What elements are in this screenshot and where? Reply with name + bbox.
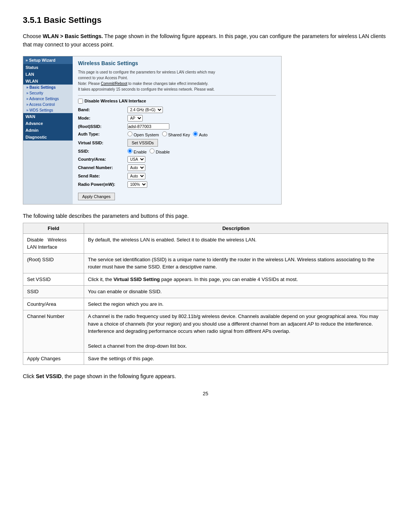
ssid-row: SSID: Enable Disable [78,149,276,154]
table-row: Apply Changes Save the settings of this … [23,352,388,365]
virtual-ssid-row: Virtual SSID: Set VSSIDs [78,139,276,147]
table-row: Set VSSID Click it, the Virtual SSID Set… [23,273,388,286]
table-description: The following table describes the parame… [23,213,388,219]
auth-type-radio-group: Open System Shared Key Auto [127,131,207,137]
ssid-label: SSID: [78,149,127,153]
mode-label: Mode: [78,116,127,120]
footer-paragraph: Click Set VSSID, the page shown in the f… [23,373,388,379]
intro-bold1: WLAN > Basic Settings. [43,33,103,39]
auth-auto-label: Auto [193,131,207,137]
band-select[interactable]: 2.4 GHz (B+G) [127,107,163,113]
channel-select[interactable]: Auto [127,165,145,171]
sidebar-item-advance-settings[interactable]: » Advance Settings [23,96,73,102]
table-row: SSID You can enable or disnable SSID. [23,286,388,298]
sidebar-section-status[interactable]: Status [23,64,73,71]
note2: It takes approximately 15 seconds to con… [78,86,276,92]
router-sidebar: » Setup Wizard Status LAN WLAN » Basic S… [23,56,73,204]
country-label: Country/Area: [78,157,127,161]
send-rate-select[interactable]: Auto [127,173,145,179]
channel-row: Channel Number: Auto [78,165,276,171]
root-ssid-input[interactable] [127,123,169,129]
desc-root-ssid: The service set identification (SSID) is… [84,253,388,273]
desc-set-vssid: Click it, the Virtual SSID Setting page … [84,273,388,286]
country-select[interactable]: USA [127,156,145,163]
field-set-vssid: Set VSSID [23,273,84,286]
sidebar-item-security[interactable]: » Security [23,90,73,96]
router-content: Wireless Basic Settings This page is use… [73,56,281,204]
desc-disable-wlan: By default, the wireless LAN is enabled.… [84,233,388,253]
ssid-disable-label: Disable [150,149,170,154]
sidebar-section-wlan[interactable]: WLAN [23,78,73,85]
parameters-table: Field Description Disable Wireless LAN I… [23,223,388,365]
note-line: Note: Please Commit/Reboot to make these… [78,81,276,86]
wireless-basic-settings-title: Wireless Basic Settings [78,60,276,66]
country-row: Country/Area: USA [78,156,276,163]
radio-power-label: Radio Power(mW): [78,182,127,187]
auth-shared-label: Shared Key [162,131,190,137]
send-rate-label: Send Rate: [78,174,127,178]
apply-btn-row: Apply Changes [78,190,276,200]
mode-select[interactable]: AP [127,115,143,121]
channel-label: Channel Number: [78,165,127,170]
note-link[interactable]: Commit/Reboot [101,81,127,86]
intro-text1: Choose [23,33,43,39]
form-section: Disable Wireless LAN Interface Band: 2.4… [78,99,276,200]
auth-open-label: Open System [127,131,159,137]
field-disable-wlan: Disable Wireless LAN Interface [23,233,84,253]
send-rate-row: Send Rate: Auto [78,173,276,179]
field-ssid: SSID [23,286,84,298]
ssid-radio-group: Enable Disable [127,149,170,154]
sidebar-item-access-control[interactable]: » Access Control [23,102,73,107]
auth-auto-radio[interactable] [193,131,198,136]
disable-row: Disable Wireless LAN Interface [78,99,276,104]
ssid-enable-radio[interactable] [127,149,132,153]
ssid-enable-label: Enable [127,149,147,154]
footer-suffix: , the page shown in the following figure… [62,373,176,379]
sidebar-section-advance[interactable]: Advance [23,120,73,127]
setup-wizard-item[interactable]: » Setup Wizard [23,56,73,64]
set-vssid-button[interactable]: Set VSSIDs [127,139,158,147]
table-row: (Root) SSID The service set identificati… [23,253,388,273]
field-apply-changes: Apply Changes [23,352,84,365]
table-header-description: Description [84,223,388,233]
radio-power-select[interactable]: 100% [127,181,147,188]
sidebar-section-wan[interactable]: WAN [23,113,73,120]
note-prefix: Note: Please [78,81,101,86]
mode-row: Mode: AP [78,115,276,121]
root-ssid-row: (Root)SSID: [78,123,276,129]
auth-type-label: Auth Type: [78,132,127,136]
desc-apply-changes: Save the settings of this page. [84,352,388,365]
desc-channel: A channel is the radio frequency used by… [84,310,388,353]
root-ssid-label: (Root)SSID: [78,124,127,129]
field-root-ssid: (Root) SSID [23,253,84,273]
field-country: Country/Area [23,298,84,310]
disable-wlan-label: Disable Wireless LAN Interface [84,99,146,103]
sidebar-item-wds-settings[interactable]: » WDS Settings [23,107,73,113]
apply-changes-button[interactable]: Apply Changes [78,193,115,200]
desc-ssid: You can enable or disnable SSID. [84,286,388,298]
table-row: Country/Area Select the region which you… [23,298,388,310]
field-channel: Channel Number [23,310,84,353]
footer-bold: Set VSSID [36,373,62,379]
info-line1: This page is used to configure the param… [78,69,276,75]
auth-type-row: Auth Type: Open System Shared Key Auto [78,131,276,137]
virtual-ssid-label: Virtual SSID: [78,141,127,145]
disable-wlan-checkbox[interactable] [78,99,83,104]
table-row: Channel Number A channel is the radio fr… [23,310,388,353]
sidebar-section-lan[interactable]: LAN [23,71,73,78]
intro-text2: The page shown in the following figure a… [103,33,216,39]
ssid-disable-radio[interactable] [150,149,155,153]
footer-prefix: Click [23,373,36,379]
info-box: This page is used to configure the param… [78,69,276,96]
sidebar-section-admin[interactable]: Admin [23,127,73,134]
sidebar-item-basic-settings[interactable]: » Basic Settings [23,85,73,90]
sidebar-section-diagnostic[interactable]: Diagnostic [23,134,73,141]
page-number: 25 [23,391,388,396]
band-label: Band: [78,107,127,112]
auth-open-radio[interactable] [127,131,132,136]
auth-shared-radio[interactable] [162,131,167,136]
radio-power-row: Radio Power(mW): 100% [78,181,276,188]
info-line2: connect to your Access Point. [78,75,276,81]
intro-paragraph: Choose WLAN > Basic Settings. The page s… [23,32,388,49]
table-row: Disable Wireless LAN Interface By defaul… [23,233,388,253]
